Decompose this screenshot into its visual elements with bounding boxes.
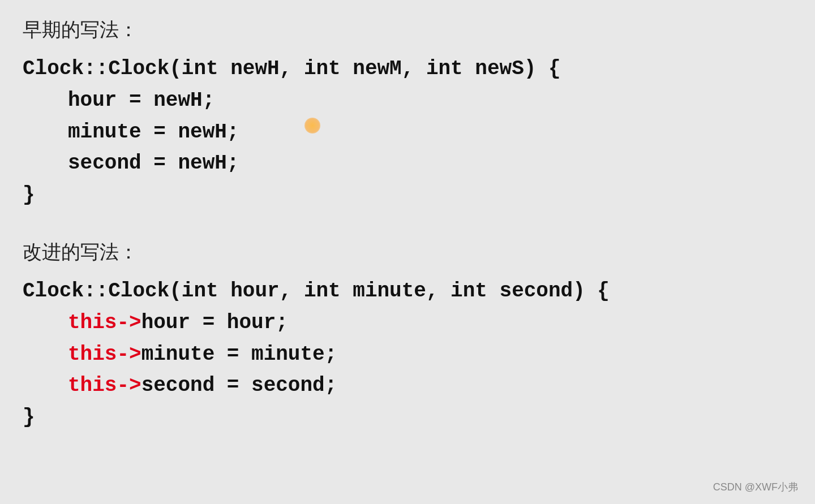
watermark-text: CSDN @XWF小弗	[713, 480, 798, 494]
section2-code: Clock::Clock(int hour, int minute, int s…	[23, 275, 792, 433]
code-line-7: this->hour = hour;	[23, 307, 792, 339]
code-line-5: }	[23, 179, 792, 211]
code-line-1: Clock::Clock(int newH, int newM, int new…	[23, 53, 792, 85]
code-line-2: hour = newH;	[23, 85, 792, 117]
section1-code: Clock::Clock(int newH, int newM, int new…	[23, 53, 792, 211]
code-line-3: minute = newH;	[23, 117, 792, 148]
code-line-6: Clock::Clock(int hour, int minute, int s…	[23, 275, 792, 307]
code-line-10: }	[23, 402, 792, 433]
section2-label: 改进的写法：	[23, 239, 792, 265]
code-line-9: this->second = second;	[23, 370, 792, 402]
section-gap	[23, 217, 792, 239]
main-content: 早期的写法： Clock::Clock(int newH, int newM, …	[0, 0, 815, 456]
section1-label: 早期的写法：	[23, 17, 792, 43]
code-line-4: second = newH;	[23, 148, 792, 179]
code-line-8: this->minute = minute;	[23, 339, 792, 371]
